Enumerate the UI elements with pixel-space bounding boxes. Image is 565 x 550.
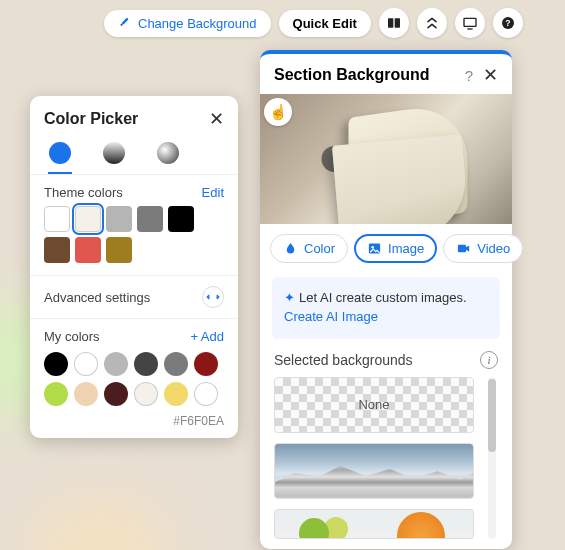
hex-value: #F6F0EA — [44, 414, 224, 428]
change-background-label: Change Background — [138, 16, 257, 31]
svg-rect-1 — [394, 18, 399, 27]
edit-theme-colors-link[interactable]: Edit — [202, 185, 224, 200]
theme-swatch[interactable] — [106, 237, 132, 263]
screen-icon — [462, 15, 478, 31]
my-color-swatch[interactable] — [194, 352, 218, 376]
video-icon — [456, 241, 471, 256]
preview-settings-label: Settings — [354, 152, 401, 167]
my-color-swatch[interactable] — [164, 352, 188, 376]
advanced-settings-expand-button[interactable] — [202, 286, 224, 308]
svg-rect-2 — [464, 18, 476, 26]
droplet-icon — [283, 241, 298, 256]
linear-gradient-icon — [103, 142, 125, 164]
add-my-color-link[interactable]: + Add — [190, 329, 224, 344]
tab-image[interactable]: Image — [354, 234, 437, 263]
solid-fill-icon — [49, 142, 71, 164]
close-section-background-button[interactable]: ✕ — [483, 66, 498, 84]
svg-point-7 — [437, 158, 439, 160]
svg-point-10 — [371, 246, 374, 249]
background-preview: ☝ Settings — [260, 94, 512, 224]
theme-swatch[interactable] — [44, 237, 70, 263]
tab-video[interactable]: Video — [443, 234, 523, 263]
advanced-settings-label: Advanced settings — [44, 290, 150, 305]
svg-rect-0 — [388, 18, 393, 27]
fill-tab-solid[interactable] — [48, 142, 72, 174]
background-option-none[interactable]: None — [274, 377, 474, 433]
preview-settings-button[interactable]: Settings — [322, 146, 413, 172]
svg-point-5 — [339, 157, 343, 161]
color-picker-title: Color Picker — [44, 110, 138, 128]
theme-swatch[interactable] — [75, 237, 101, 263]
tab-color[interactable]: Color — [270, 234, 348, 263]
present-button[interactable] — [455, 8, 485, 38]
theme-colors-label: Theme colors — [44, 185, 123, 200]
tab-color-label: Color — [304, 241, 335, 256]
backgrounds-scroll-area: None — [274, 377, 498, 539]
pointer-cursor-icon: ☝ — [264, 98, 292, 126]
section-background-panel: Section Background ? ✕ ☝ Settings Color … — [260, 50, 512, 549]
tab-video-label: Video — [477, 241, 510, 256]
color-picker-panel: Color Picker ✕ Theme colors Edit Advance… — [30, 96, 238, 438]
theme-swatch[interactable] — [137, 206, 163, 232]
my-color-swatch[interactable] — [134, 352, 158, 376]
preview-adjust-button[interactable] — [420, 146, 450, 172]
background-option-mountain[interactable] — [274, 443, 474, 499]
my-colors-label: My colors — [44, 329, 100, 344]
fill-tab-gradient-linear[interactable] — [102, 142, 126, 174]
panel-help-button[interactable]: ? — [465, 67, 473, 84]
my-color-swatch[interactable] — [104, 382, 128, 406]
expand-horizontal-icon — [206, 290, 220, 304]
theme-swatch[interactable] — [75, 206, 101, 232]
my-color-swatch[interactable] — [134, 382, 158, 406]
theme-swatch[interactable] — [44, 206, 70, 232]
scroll-arrange-button[interactable] — [417, 8, 447, 38]
section-background-title: Section Background — [274, 66, 465, 84]
my-color-swatch[interactable] — [44, 352, 68, 376]
svg-point-8 — [431, 161, 433, 163]
my-color-swatch[interactable] — [44, 382, 68, 406]
sliders-icon — [428, 152, 442, 166]
fill-type-tabs — [44, 138, 224, 174]
selected-backgrounds-label: Selected backgrounds — [274, 352, 413, 368]
my-color-swatch[interactable] — [194, 382, 218, 406]
sparkle-icon: ✦ — [284, 290, 295, 305]
gear-icon — [334, 152, 348, 166]
theme-swatch[interactable] — [168, 206, 194, 232]
theme-swatch[interactable] — [106, 206, 132, 232]
quick-edit-label: Quick Edit — [293, 16, 357, 31]
help-button[interactable]: ? — [493, 8, 523, 38]
theme-swatches — [44, 206, 224, 263]
quick-edit-button[interactable]: Quick Edit — [279, 10, 371, 37]
my-color-swatch[interactable] — [74, 382, 98, 406]
change-background-button[interactable]: Change Background — [104, 10, 271, 37]
close-color-picker-button[interactable]: ✕ — [209, 110, 224, 128]
svg-text:?: ? — [505, 18, 510, 28]
background-type-tabs: Color Image Video — [260, 224, 512, 273]
my-color-swatches — [44, 352, 224, 406]
question-icon: ? — [500, 15, 516, 31]
ai-image-card: ✦Let AI create custom images. Create AI … — [272, 277, 500, 339]
background-option-none-label: None — [358, 397, 389, 412]
create-ai-image-link[interactable]: Create AI Image — [284, 309, 378, 324]
svg-rect-12 — [287, 483, 291, 487]
my-color-swatch[interactable] — [74, 352, 98, 376]
top-toolbar: Change Background Quick Edit ? — [104, 8, 523, 38]
video-badge-icon — [281, 478, 299, 492]
brush-icon — [118, 16, 132, 30]
radial-gradient-icon — [157, 142, 179, 164]
my-color-swatch[interactable] — [104, 352, 128, 376]
image-icon — [367, 241, 382, 256]
fill-tab-gradient-radial[interactable] — [156, 142, 180, 174]
info-button[interactable]: i — [480, 351, 498, 369]
svg-rect-11 — [458, 245, 466, 253]
tab-image-label: Image — [388, 241, 424, 256]
layout-columns-button[interactable] — [379, 8, 409, 38]
backgrounds-scrollbar[interactable] — [488, 377, 496, 539]
background-option-citrus[interactable] — [274, 509, 474, 539]
ai-image-text: Let AI create custom images. — [299, 290, 467, 305]
my-color-swatch[interactable] — [164, 382, 188, 406]
svg-point-6 — [433, 155, 435, 157]
stacked-chevron-icon — [424, 15, 440, 31]
columns-icon — [386, 15, 402, 31]
